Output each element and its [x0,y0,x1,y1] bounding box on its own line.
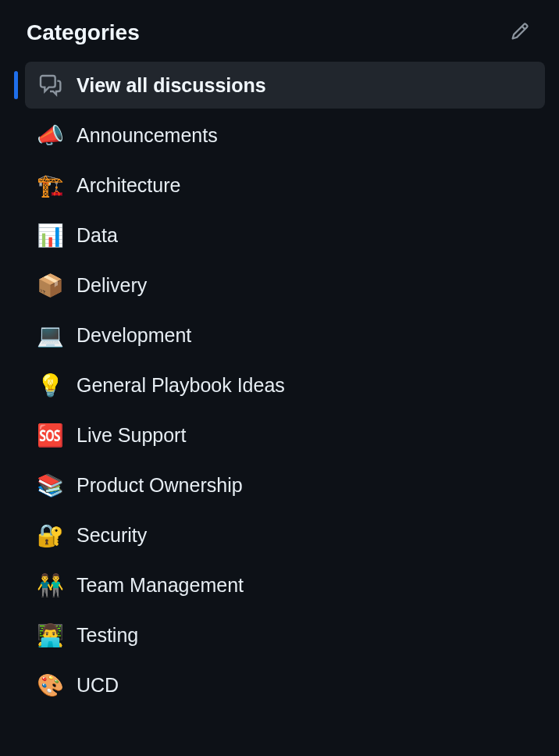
category-item-ucd[interactable]: 🎨 UCD [25,662,545,708]
category-label: Announcements [77,124,218,147]
category-item-data[interactable]: 📊 Data [25,212,545,259]
lightbulb-icon: 💡 [37,373,62,398]
discussions-icon [37,73,62,98]
category-item-development[interactable]: 💻 Development [25,312,545,358]
palette-icon: 🎨 [37,672,62,697]
categories-title: Categories [27,20,140,45]
category-item-architecture[interactable]: 🏗️ Architecture [25,162,545,209]
category-label: Security [77,524,147,547]
category-label: UCD [77,674,119,697]
category-item-security[interactable]: 🔐 Security [25,512,545,558]
category-item-testing[interactable]: 👨‍💻 Testing [25,612,545,658]
category-label: Delivery [77,274,147,297]
lock-icon: 🔐 [37,522,62,547]
category-item-delivery[interactable]: 📦 Delivery [25,262,545,308]
sos-icon: 🆘 [37,423,62,448]
category-label: Team Management [77,574,244,597]
category-item-live-support[interactable]: 🆘 Live Support [25,412,545,458]
category-label: Architecture [77,174,180,197]
category-item-view-all[interactable]: View all discussions [25,62,545,109]
megaphone-icon: 📣 [37,123,62,148]
bar-chart-icon: 📊 [37,223,62,248]
category-label: Live Support [77,424,186,447]
category-label: View all discussions [77,74,266,97]
people-icon: 👬 [37,572,62,597]
category-label: General Playbook Ideas [77,374,285,397]
category-label: Development [77,324,191,347]
category-label: Data [77,224,118,247]
category-item-product-ownership[interactable]: 📚 Product Ownership [25,462,545,508]
edit-categories-button[interactable] [507,19,532,46]
category-item-team-management[interactable]: 👬 Team Management [25,562,545,608]
category-item-general-playbook[interactable]: 💡 General Playbook Ideas [25,362,545,408]
laptop-icon: 💻 [37,323,62,348]
category-label: Product Ownership [77,474,243,497]
books-icon: 📚 [37,472,62,497]
pencil-icon [511,22,529,43]
package-icon: 📦 [37,273,62,298]
construction-icon: 🏗️ [37,173,62,198]
category-item-announcements[interactable]: 📣 Announcements [25,112,545,159]
technologist-icon: 👨‍💻 [37,622,62,647]
categories-header: Categories [14,12,545,62]
category-label: Testing [77,624,138,647]
category-list: View all discussions 📣 Announcements 🏗️ … [14,62,545,708]
